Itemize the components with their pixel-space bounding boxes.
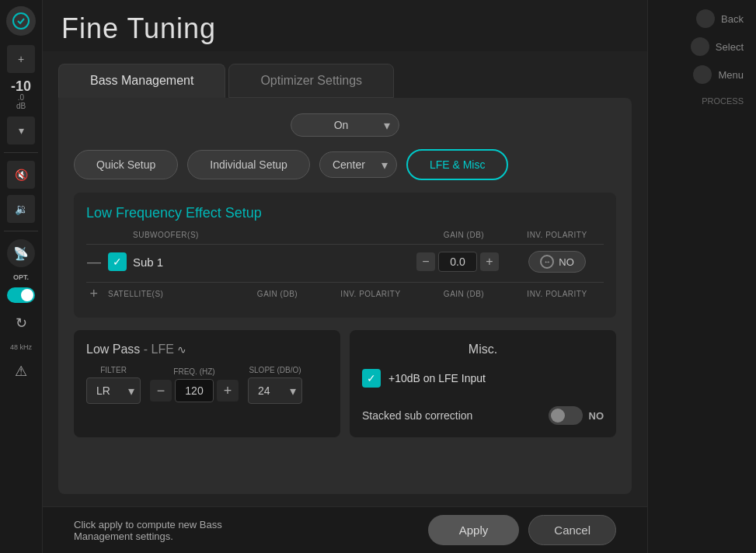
stacked-label: Stacked sub correction <box>362 409 472 422</box>
db-value: -10 <box>11 79 31 93</box>
filter-group: FILTER LR BT LW <box>86 366 141 404</box>
sync-button[interactable]: ↻ <box>7 309 35 337</box>
remove-sub1-button[interactable]: — <box>86 254 102 270</box>
freq-decrease-button[interactable]: − <box>150 380 172 402</box>
sub1-row: — ✓ Sub 1 − + ↔ NO <box>86 245 604 279</box>
quick-setup-button[interactable]: Quick Setup <box>74 150 178 179</box>
onoff-wrapper: On Off <box>291 113 399 137</box>
slope-select-wrapper: 12 24 48 <box>248 377 302 404</box>
mute-icon: 🔇 <box>15 169 28 181</box>
lfe-misc-button[interactable]: LFE & Misc <box>406 149 509 180</box>
individual-setup-button[interactable]: Individual Setup <box>187 150 310 179</box>
low-pass-title: Low Pass - LFE ∿ <box>86 343 328 356</box>
freq-label: FREQ. (hz) <box>150 367 239 376</box>
filter-select-wrapper: LR BT LW <box>86 377 141 404</box>
sub1-gain-decrease[interactable]: − <box>416 252 435 271</box>
sub1-gain-value[interactable] <box>438 252 477 272</box>
footer-message: Click apply to compute new BassManagemen… <box>74 519 222 542</box>
menu-label: Menu <box>718 69 744 81</box>
freq-group: FREQ. (hz) − + <box>150 367 239 402</box>
content-area: Bass Management Optimizer Settings On Of… <box>43 51 647 506</box>
sat-gain1-header: GAIN (dB) <box>231 290 324 298</box>
svg-point-0 <box>13 13 29 29</box>
footer: Click apply to compute new BassManagemen… <box>43 506 647 553</box>
lfe-title: Low Frequency Effect Setup <box>86 205 604 221</box>
onoff-select[interactable]: On Off <box>291 113 399 137</box>
warning-icon: ⚠ <box>15 363 27 380</box>
main-panel: On Off Quick Setup Individual Setup Cent… <box>58 98 632 494</box>
onoff-row: On Off <box>74 113 616 137</box>
lfe-input-row: ✓ +10dB on LFE Input <box>362 369 604 388</box>
right-panel: Back Select Menu PROCESS <box>647 0 756 553</box>
divider <box>4 152 37 153</box>
cancel-button[interactable]: Cancel <box>528 515 616 545</box>
menu-button[interactable]: Menu <box>687 62 750 87</box>
stacked-correction-row: Stacked sub correction NO <box>362 400 604 425</box>
satellite-icon: 📡 <box>13 246 29 261</box>
slope-select[interactable]: 12 24 48 <box>248 377 302 404</box>
select-dot <box>691 37 709 56</box>
polarity-icon: ↔ <box>540 255 554 269</box>
add-button[interactable]: + <box>7 45 35 73</box>
opt-toggle[interactable] <box>7 287 35 303</box>
stacked-toggle-group: NO <box>549 406 604 425</box>
back-label: Back <box>721 13 744 25</box>
volume-down-icon: ▾ <box>19 124 24 137</box>
satellite-icon-btn[interactable]: 📡 <box>7 239 35 267</box>
sub1-name: Sub 1 <box>133 256 405 269</box>
sub1-polarity-control: ↔ NO <box>510 251 604 273</box>
volume-down-button[interactable]: ▾ <box>7 117 35 144</box>
select-button[interactable]: Select <box>685 34 750 59</box>
lfe-input-label: +10dB on LFE Input <box>388 372 486 384</box>
lfe-input-checkbox[interactable]: ✓ <box>362 369 381 388</box>
back-button[interactable]: Back <box>690 6 750 31</box>
warning-button[interactable]: ⚠ <box>7 357 35 385</box>
slope-group: SLOPE (dB/o) 12 24 48 <box>248 366 302 404</box>
center-select-wrapper: Center Left Right Front L Front R <box>319 151 397 178</box>
lfe-subtitle: - LFE <box>144 343 174 356</box>
process-label: PROCESS <box>695 90 750 110</box>
apply-button[interactable]: Apply <box>428 515 520 545</box>
db-decimal: .0 dB <box>11 93 31 110</box>
toggle-no-label: NO <box>589 410 604 422</box>
satellite-header-row: + Satellite(s) GAIN (dB) INV. POLARITY G… <box>86 282 604 305</box>
center-select[interactable]: Center Left Right Front L Front R <box>319 151 397 178</box>
footer-buttons: Apply Cancel <box>428 515 616 545</box>
header: Fine Tuning <box>43 0 647 51</box>
mute-button[interactable]: 🔇 <box>7 161 35 189</box>
subwoofer-col-header: Subwoofer(s) <box>133 231 417 239</box>
lfe-checkmark-icon: ✓ <box>367 372 376 384</box>
divider2 <box>4 231 37 231</box>
tab-bar: Bass Management Optimizer Settings <box>58 64 632 98</box>
stacked-toggle[interactable] <box>549 406 583 425</box>
tab-bass-management[interactable]: Bass Management <box>58 64 225 98</box>
polarity-col-header: INV. POLARITY <box>510 231 604 239</box>
low-pass-panel: Low Pass - LFE ∿ FILTER LR BT LW <box>74 330 340 437</box>
speaker-icon: 🔉 <box>15 203 28 215</box>
lfe-column-headers: Subwoofer(s) GAIN (dB) INV. POLARITY <box>86 231 604 245</box>
sub1-polarity-button[interactable]: ↔ NO <box>528 251 586 273</box>
filter-label: FILTER <box>86 366 141 374</box>
volume-button[interactable]: 🔉 <box>7 195 35 223</box>
app-logo <box>6 6 36 36</box>
gain-col-header: GAIN (dB) <box>417 231 510 239</box>
opt-label: OPT. <box>13 273 29 281</box>
satellite-col-label: Satellite(s) <box>108 290 231 298</box>
sub1-checkbox[interactable]: ✓ <box>108 252 127 271</box>
select-label: Select <box>716 41 744 53</box>
sidebar: + -10 .0 dB ▾ 🔇 🔉 📡 OPT. ↻ 48 kHz ⚠ <box>0 0 43 553</box>
sub1-gain-increase[interactable]: + <box>480 252 499 271</box>
lfe-section: Low Frequency Effect Setup Subwoofer(s) … <box>74 193 616 318</box>
bottom-panels: Low Pass - LFE ∿ FILTER LR BT LW <box>74 330 616 437</box>
sub1-gain-control: − + <box>411 252 504 272</box>
sub1-polarity-label: NO <box>559 256 574 268</box>
tab-optimizer-settings[interactable]: Optimizer Settings <box>228 64 394 98</box>
misc-panel: Misc. ✓ +10dB on LFE Input Stacked sub c… <box>350 330 616 437</box>
toggle-knob <box>21 289 33 301</box>
add-satellite-button[interactable]: + <box>86 286 102 302</box>
back-dot <box>696 9 715 28</box>
freq-increase-button[interactable]: + <box>217 380 239 402</box>
slope-label: SLOPE (dB/o) <box>248 366 302 374</box>
freq-value-input[interactable] <box>175 379 214 402</box>
filter-select[interactable]: LR BT LW <box>86 377 141 404</box>
